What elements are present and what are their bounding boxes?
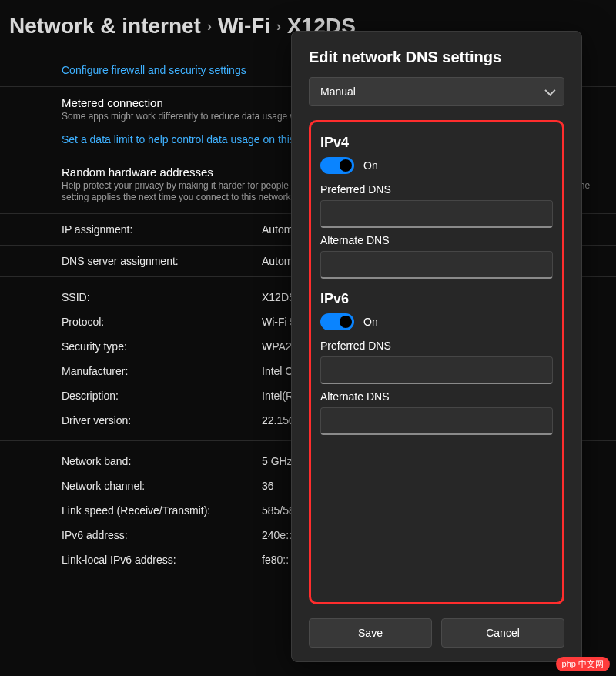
dns-mode-select[interactable]: Manual	[309, 77, 564, 106]
firewall-link[interactable]: Configure firewall and security settings	[62, 64, 246, 76]
ipv4-toggle[interactable]	[320, 157, 354, 174]
dialog-title: Edit network DNS settings	[309, 49, 564, 66]
property-key: Link speed (Receive/Transmit):	[62, 504, 262, 517]
chevron-right-icon: ›	[276, 18, 281, 35]
save-button[interactable]: Save	[309, 618, 432, 648]
ipv4-heading: IPv4	[320, 135, 553, 151]
ipv4-alternate-input[interactable]	[320, 251, 553, 279]
ipv6-preferred-input[interactable]	[320, 356, 553, 384]
edit-dns-dialog: Edit network DNS settings Manual IPv4 On…	[291, 31, 582, 662]
ipv6-alternate-label: Alternate DNS	[320, 390, 553, 403]
property-key: IPv6 address:	[62, 529, 262, 541]
property-value: 36	[262, 480, 274, 492]
property-key: Security type:	[62, 340, 262, 353]
breadcrumb-wifi[interactable]: Wi-Fi	[218, 14, 270, 38]
dns-config-highlight: IPv4 On Preferred DNS Alternate DNS IPv6…	[309, 120, 564, 604]
chevron-down-icon	[544, 85, 555, 96]
property-value: fe80::	[262, 554, 289, 566]
dns-mode-value: Manual	[320, 85, 356, 98]
dns-assignment-label: DNS server assignment:	[62, 255, 262, 267]
property-value: 240e::	[262, 529, 292, 541]
ip-assignment-label: IP assignment:	[62, 223, 262, 236]
property-key: Description:	[62, 390, 262, 402]
ipv4-alternate-label: Alternate DNS	[320, 234, 553, 246]
ipv6-preferred-label: Preferred DNS	[320, 340, 553, 352]
property-key: Link-local IPv6 address:	[62, 554, 262, 566]
ipv4-preferred-input[interactable]	[320, 200, 553, 228]
cancel-button[interactable]: Cancel	[441, 618, 564, 648]
ipv4-toggle-label: On	[363, 159, 378, 172]
ipv6-toggle[interactable]	[320, 313, 354, 330]
property-key: Protocol:	[62, 316, 262, 328]
property-key: Manufacturer:	[62, 365, 262, 377]
ipv6-alternate-input[interactable]	[320, 407, 553, 435]
chevron-right-icon: ›	[207, 18, 212, 35]
breadcrumb-root[interactable]: Network & internet	[9, 14, 201, 38]
watermark: php 中文网	[556, 657, 610, 671]
ipv6-toggle-label: On	[363, 316, 378, 328]
property-key: SSID:	[62, 291, 262, 303]
ipv4-preferred-label: Preferred DNS	[320, 183, 553, 196]
property-key: Network channel:	[62, 480, 262, 492]
property-value: 5 GHz	[262, 455, 293, 467]
property-key: Driver version:	[62, 414, 262, 427]
ipv6-heading: IPv6	[320, 291, 553, 307]
property-key: Network band:	[62, 455, 262, 467]
